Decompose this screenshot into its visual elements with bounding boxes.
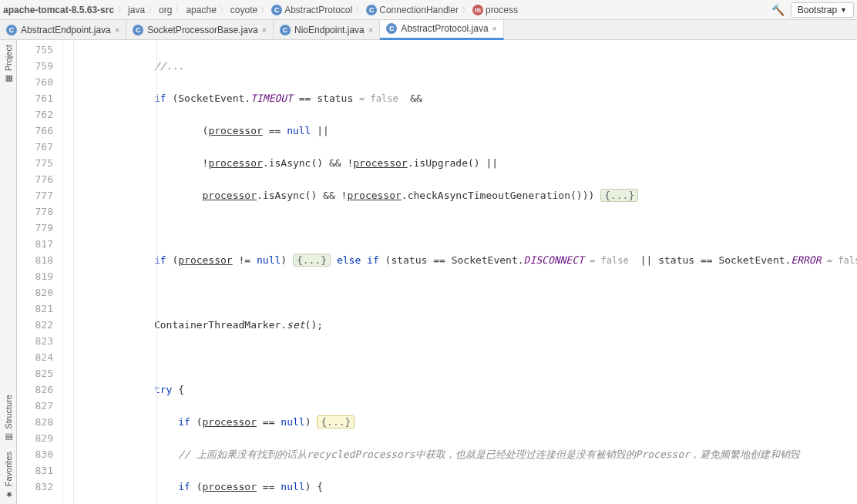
structure-icon: ▤ [3,432,13,442]
line-number[interactable]: 832 [17,479,53,495]
line-number[interactable]: 829 [17,430,53,446]
chevron-right-icon: 〉 [220,5,227,15]
line-number[interactable]: 830 [17,446,53,462]
tool-stripe-left: ▦Project ▤Structure ★Favorites [0,40,17,504]
line-number[interactable]: 818 [17,252,53,268]
tab-abstractprotocol[interactable]: CAbstractProtocol.java× [380,20,504,40]
fold-region[interactable]: {...} [293,254,331,267]
line-number[interactable]: 760 [17,74,53,90]
line-number[interactable]: 755 [17,42,53,58]
line-number[interactable]: 831 [17,462,53,479]
line-number[interactable]: 766 [17,123,53,139]
breadcrumb-item[interactable]: java [128,5,145,15]
close-icon[interactable]: × [368,25,373,35]
line-number[interactable]: 819 [17,268,53,284]
line-number[interactable]: 828 [17,414,53,430]
line-number[interactable]: 817 [17,236,53,252]
class-icon: C [133,25,143,35]
chevron-right-icon: 〉 [260,5,268,15]
class-icon: C [6,25,17,35]
code-editor[interactable]: //... if (SocketEvent.TIMEOUT == status … [74,40,857,504]
method-icon: m [472,5,483,15]
tool-project[interactable]: ▦Project [3,40,13,89]
build-icon[interactable]: 🔨 [771,4,785,16]
tool-structure[interactable]: ▤Structure [3,390,13,447]
line-number[interactable]: 825 [17,365,53,381]
fold-region[interactable]: {...} [600,189,638,202]
line-number[interactable]: 776 [17,171,53,187]
class-icon: C [280,25,291,35]
tab-nioendpoint[interactable]: CNioEndpoint.java× [274,20,380,40]
class-icon: C [271,5,282,15]
line-number[interactable]: 777 [17,187,53,203]
breadcrumb-method[interactable]: mprocess [472,5,518,15]
toolbar-right: 🔨 Bootstrap ▼ [771,2,854,18]
line-number[interactable]: 823 [17,333,53,349]
tab-socketprocessorbase[interactable]: CSocketProcessorBase.java× [126,20,274,40]
tab-abstractendpoint[interactable]: CAbstractEndpoint.java× [0,20,126,40]
chevron-right-icon: 〉 [117,5,125,15]
line-number[interactable]: 779 [17,220,53,236]
run-config-selector[interactable]: Bootstrap ▼ [791,2,854,18]
line-number[interactable]: 827 [17,398,53,414]
breadcrumb-bar: apache-tomcat-8.5.63-src 〉 java 〉 org 〉 … [0,0,857,20]
chevron-right-icon: 〉 [148,5,156,15]
breadcrumb-item[interactable]: org [159,5,172,15]
chevron-right-icon: 〉 [175,5,183,15]
fold-region[interactable]: {...} [317,415,355,428]
line-number[interactable]: 762 [17,106,53,123]
chevron-right-icon: 〉 [462,5,469,15]
close-icon[interactable]: × [492,24,497,33]
line-number[interactable]: 778 [17,203,53,220]
breadcrumb-project[interactable]: apache-tomcat-8.5.63-src [3,5,114,15]
line-number[interactable]: 826 [17,381,53,398]
breadcrumb-class[interactable]: CAbstractProtocol [271,5,352,15]
line-number[interactable]: 822 [17,317,53,333]
line-number[interactable]: 775 [17,155,53,171]
breadcrumbs: apache-tomcat-8.5.63-src 〉 java 〉 org 〉 … [3,5,771,15]
star-icon: ★ [3,489,13,499]
fold-gutter[interactable] [63,40,74,504]
chevron-down-icon: ▼ [840,6,847,14]
class-icon: C [366,5,377,15]
class-icon: C [386,23,397,34]
editor-main: ▦Project ▤Structure ★Favorites 755 759 7… [0,40,857,504]
line-number[interactable]: 820 [17,284,53,301]
line-number[interactable]: 821 [17,301,53,317]
line-gutter[interactable]: 755 759 760 761 762 766 767 775 776 777 … [17,40,63,504]
line-number[interactable]: 759 [17,58,53,74]
breadcrumb-inner[interactable]: CConnectionHandler [366,5,459,15]
line-number[interactable]: 824 [17,349,53,365]
tool-favorites[interactable]: ★Favorites [3,447,13,504]
indent-guide [156,40,157,504]
breadcrumb-item[interactable]: coyote [230,5,257,15]
close-icon[interactable]: × [115,25,119,35]
editor-tabs: CAbstractEndpoint.java× CSocketProcessor… [0,20,857,40]
project-icon: ▦ [3,74,13,84]
line-number[interactable]: 761 [17,90,53,106]
close-icon[interactable]: × [262,25,267,35]
breadcrumb-item[interactable]: apache [186,5,216,15]
line-number[interactable]: 767 [17,139,53,155]
chevron-right-icon: 〉 [355,5,363,15]
